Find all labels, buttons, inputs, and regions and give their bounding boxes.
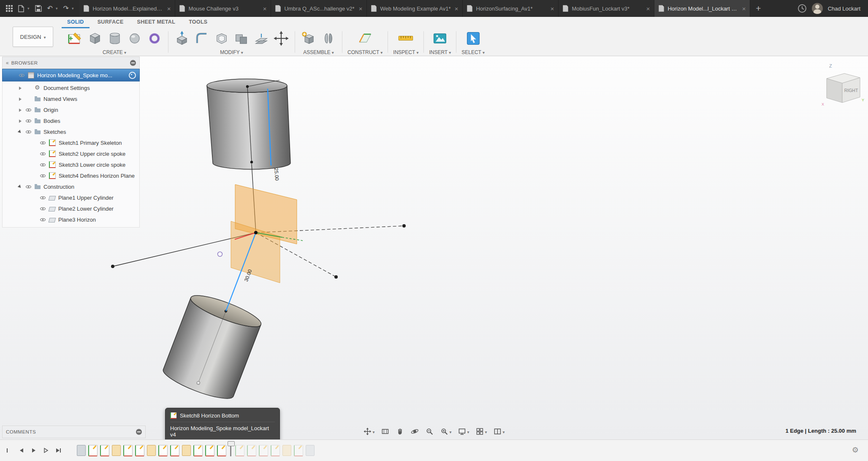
activate-component-radio[interactable] (129, 72, 136, 79)
group-label-construct[interactable]: CONSTRUCT (347, 49, 382, 55)
expand-arrow-icon[interactable] (18, 97, 22, 101)
press-pull-button[interactable] (174, 30, 190, 47)
timeline-feature[interactable] (247, 445, 256, 456)
timeline-feature[interactable] (182, 445, 191, 456)
close-tab-icon[interactable]: × (167, 5, 171, 12)
browser-root-component[interactable]: Horizon Modeling_Spoke mo... (2, 69, 140, 81)
document-tab[interactable]: Horizon Model...Explained v2* × (79, 0, 175, 17)
new-component-button[interactable] (300, 30, 317, 47)
play-button[interactable] (29, 445, 39, 456)
save-icon[interactable] (35, 5, 42, 12)
group-label-modify[interactable]: MODIFY (220, 49, 243, 55)
browser-item[interactable]: Document Settings (3, 82, 139, 93)
offset-face-button[interactable] (253, 30, 270, 47)
visibility-eye-icon[interactable] (40, 217, 46, 223)
browser-item[interactable]: Bodies (3, 115, 139, 126)
file-menu-caret-icon[interactable]: ▾ (27, 6, 30, 11)
document-tab[interactable]: Mouse Challenge v3 × (175, 0, 271, 17)
timeline-feature[interactable] (271, 445, 280, 456)
expand-arrow-icon[interactable] (18, 119, 22, 123)
file-menu-icon[interactable] (18, 5, 24, 12)
ribbon-tab[interactable]: SHEET METAL (132, 17, 181, 28)
collapse-panel-icon[interactable]: « (6, 60, 8, 66)
go-to-start-button[interactable] (4, 445, 14, 456)
timeline-feature[interactable] (88, 445, 98, 456)
browser-item[interactable]: Sketch2 Upper circle spoke (3, 148, 139, 159)
insert-canvas-button[interactable] (431, 30, 448, 47)
frame-view-button[interactable] (380, 426, 390, 437)
timeline-feature[interactable] (205, 445, 214, 456)
fillet-button[interactable] (193, 30, 210, 47)
visibility-eye-icon[interactable] (25, 184, 32, 190)
document-tab[interactable]: MobiusFun_Lockart v3* × (559, 0, 654, 17)
timeline-feature[interactable] (158, 445, 168, 456)
document-tab[interactable]: Horizon Model...l_Lockart v4* × (654, 0, 750, 17)
visibility-eye-icon[interactable] (25, 118, 32, 124)
timeline-feature[interactable] (147, 445, 156, 456)
close-tab-icon[interactable]: × (455, 5, 458, 12)
grid-settings-button[interactable] (475, 426, 488, 437)
timeline-feature[interactable] (259, 445, 268, 456)
panel-options-icon[interactable] (130, 60, 136, 66)
zoom-button[interactable] (439, 426, 452, 437)
timeline-feature[interactable] (217, 445, 226, 456)
browser-item[interactable]: Sketch4 Defines Horizon Plane (3, 170, 139, 181)
document-tab[interactable]: Web Modeling Example Av1* × (367, 0, 463, 17)
create-box-button[interactable] (87, 30, 103, 47)
timeline-feature[interactable] (306, 445, 315, 456)
expand-arrow-icon[interactable] (18, 130, 22, 134)
combine-button[interactable] (233, 30, 250, 47)
group-label-select[interactable]: SELECT (461, 49, 485, 55)
timeline-feature[interactable] (193, 445, 203, 456)
create-sphere-button[interactable] (126, 30, 143, 47)
redo-icon[interactable]: ↷ (63, 5, 68, 12)
fit-view-button[interactable] (362, 426, 375, 437)
browser-item[interactable]: Plane3 Horizon (3, 214, 139, 225)
visibility-eye-icon[interactable] (19, 72, 25, 79)
browser-item[interactable]: Plane2 Lower Cylinder (3, 203, 139, 214)
browser-item[interactable]: Sketches (3, 126, 139, 137)
browser-item[interactable]: Named Views (3, 93, 139, 104)
document-tab[interactable]: Umbra Q_ASc...hallenge v2* × (271, 0, 367, 17)
measure-button[interactable] (397, 30, 414, 47)
look-at-button[interactable] (424, 426, 434, 437)
visibility-eye-icon[interactable] (40, 173, 46, 179)
timeline-feature[interactable] (112, 445, 121, 456)
close-tab-icon[interactable]: × (551, 5, 554, 12)
viewport-layout-button[interactable] (493, 426, 506, 437)
visibility-eye-icon[interactable] (40, 162, 46, 168)
timeline-settings-gear-icon[interactable]: ⚙ (852, 446, 859, 454)
expand-arrow-icon[interactable] (11, 73, 16, 78)
browser-item[interactable]: Origin (3, 104, 139, 115)
app-grid-icon[interactable] (6, 5, 13, 12)
browser-item[interactable]: Construction (3, 181, 139, 192)
comments-panel[interactable]: COMMENTS (2, 426, 146, 438)
timeline-feature[interactable] (294, 445, 303, 456)
browser-item[interactable]: Sketch1 Primary Skeleton (3, 137, 139, 148)
browser-item[interactable]: Plane1 Upper Cylinder (3, 192, 139, 203)
ribbon-tab[interactable]: TOOLS (183, 17, 213, 28)
visibility-eye-icon[interactable] (40, 195, 46, 201)
browser-item[interactable]: Sketch3 Lower circle spoke (3, 159, 139, 170)
joint-button[interactable] (320, 30, 337, 47)
new-document-tab-button[interactable]: + (750, 0, 766, 17)
timeline-feature[interactable] (135, 445, 144, 456)
go-to-end-button[interactable] (53, 445, 63, 456)
user-avatar[interactable] (812, 3, 823, 14)
timeline-feature[interactable] (100, 445, 109, 456)
timeline-feature[interactable] (170, 445, 179, 456)
construction-plane-button[interactable] (357, 30, 374, 47)
group-label-assemble[interactable]: ASSEMBLE (303, 49, 334, 55)
create-coil-button[interactable] (146, 30, 163, 47)
pan-hand-button[interactable] (395, 426, 405, 437)
timeline-feature[interactable] (235, 445, 244, 456)
close-tab-icon[interactable]: × (646, 5, 650, 12)
group-label-create[interactable]: CREATE (103, 49, 126, 55)
undo-icon[interactable]: ↶ (47, 5, 53, 12)
visibility-eye-icon[interactable] (40, 140, 46, 146)
close-tab-icon[interactable]: × (263, 5, 267, 12)
document-tab[interactable]: HorizonSurfacing_Av1* × (463, 0, 559, 17)
move-copy-button[interactable] (273, 30, 290, 47)
shell-button[interactable] (213, 30, 230, 47)
step-back-button[interactable] (16, 445, 27, 456)
